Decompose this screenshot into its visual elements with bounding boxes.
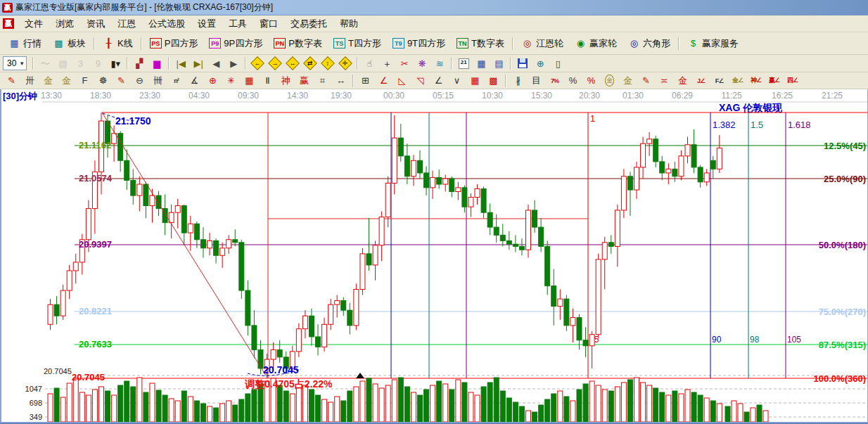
calculator-icon[interactable]: ▦ [473, 56, 490, 72]
quotes-button[interactable]: ▦行情 [3, 34, 47, 53]
red-lines-icon[interactable]: ≍ [656, 73, 673, 89]
period-select[interactable]: 30▼ [3, 56, 27, 70]
wave-tool-icon[interactable]: ≋ [431, 56, 448, 72]
pencil2-icon[interactable]: ✎ [113, 73, 130, 89]
menu-item-5[interactable]: 设置 [191, 16, 222, 32]
golden-section-icon[interactable]: 金 [39, 73, 57, 89]
pct-lines-icon[interactable]: % [582, 73, 600, 89]
zoom-h-icon-glyph: ↔ [286, 56, 300, 70]
menu-item-2[interactable]: 资讯 [80, 16, 111, 32]
volume-style-icon[interactable]: ▆ [148, 56, 165, 72]
check-lines-icon-glyph: ∨ [454, 75, 461, 86]
p-digit-button[interactable]: PNP数字表 [268, 34, 328, 53]
sectors-button[interactable]: ▩板块 [47, 34, 91, 53]
angle-icon[interactable]: ∡ [186, 73, 203, 89]
grid-lines-icon[interactable]: 卅 [21, 73, 39, 89]
fan-icon[interactable]: ∠ [375, 73, 392, 89]
drawing-toolbar: ✎卅金金F☸✎⊖卌n²∡⊕✳▦Ⅱ神赢⌗↔⊞∠◺◹∠∨▦▩∦目7%%%金金✎≍金J… [0, 72, 868, 89]
circle-cross-icon[interactable]: ⊕ [204, 73, 222, 89]
shen-tool-icon[interactable]: 神 [277, 73, 295, 89]
save-icon[interactable] [514, 56, 531, 72]
p-square-button[interactable]: PSP四方形 [144, 34, 204, 53]
hexagon-button[interactable]: ◎六角形 [623, 34, 676, 53]
square-rays-icon[interactable]: ▦ [241, 73, 258, 89]
fibo-lines-icon[interactable]: F [76, 73, 94, 89]
pencil-icon[interactable]: ✎ [3, 73, 20, 89]
gann-time-top-label: 1.382 [713, 120, 736, 130]
k-mark-icon[interactable]: Ⅱ [259, 73, 276, 89]
zoom-v-icon[interactable]: ↕ [319, 56, 336, 72]
price-bars-icon[interactable]: 目 [528, 73, 545, 89]
ninet-square-button[interactable]: T99T四方形 [387, 34, 451, 53]
calendar-icon[interactable]: 21 [455, 56, 472, 72]
shift-right-icon[interactable]: → [267, 56, 283, 72]
gold-lines-icon[interactable]: 金 [619, 73, 637, 89]
zoom-all-icon[interactable]: ✛ [337, 56, 354, 72]
pct-icon[interactable]: % [564, 73, 582, 89]
h-arrows-icon[interactable]: ↔ [332, 73, 350, 89]
kline-chart[interactable]: [30]分钟13:3018:3023:3004:3009:3014:3019:3… [0, 89, 868, 424]
grid2-icon[interactable]: 卌 [149, 73, 167, 89]
gann-wheel-button[interactable]: ◎江恩轮 [516, 34, 569, 53]
volume-bar [112, 395, 117, 422]
para-lines-icon[interactable]: ∦ [509, 73, 527, 89]
menu-item-0[interactable]: 文件 [18, 16, 49, 32]
winner-wheel-button[interactable]: ◉赢家轮 [569, 34, 623, 53]
angles-icon[interactable]: ∠ [430, 73, 447, 89]
ps-box-icon: PS [150, 38, 162, 49]
box-fan2-icon[interactable]: ◹ [411, 73, 429, 89]
menu-item-7[interactable]: 窗口 [253, 16, 284, 32]
four-angle-icon[interactable]: 四∠ [784, 73, 801, 89]
menu-item-8[interactable]: 交易委托 [284, 16, 333, 32]
gold-angle-icon[interactable]: 金∠ [729, 73, 746, 89]
red-grid2-icon[interactable]: ▩ [485, 73, 502, 89]
menu-item-9[interactable]: 帮助 [333, 16, 364, 32]
box-tool-icon[interactable]: ⊞ [357, 73, 374, 89]
menu-item-6[interactable]: 工具 [222, 16, 253, 32]
ying-angle-icon[interactable]: 赢∠ [765, 73, 783, 89]
f-angle-icon[interactable]: F∠ [710, 73, 728, 89]
ying-tool-icon[interactable]: 赢 [295, 73, 313, 89]
gold-red-icon[interactable]: 金 [674, 73, 691, 89]
n-square-icon[interactable]: n² [167, 73, 185, 89]
shen-angle-icon[interactable]: 神∠ [747, 73, 765, 89]
star-rays-icon[interactable]: ✳ [222, 73, 240, 89]
shift-left-icon[interactable]: ← [249, 56, 266, 72]
ruler-icon[interactable]: ⌗ [314, 73, 331, 89]
red-grid-icon[interactable]: ▦ [466, 73, 484, 89]
first-page-icon[interactable]: |◀ [172, 56, 189, 72]
mobile-icon[interactable]: ▯ [549, 56, 566, 72]
report-icon[interactable]: ▤ [490, 56, 507, 72]
j-angle-icon[interactable]: J∠ [692, 73, 710, 89]
web-icon[interactable]: ⊕ [532, 56, 549, 72]
pencil3-icon[interactable]: ✎ [637, 73, 655, 89]
menu-item-4[interactable]: 公式选股 [142, 16, 191, 32]
last-page-icon[interactable]: ▶| [190, 56, 207, 72]
t-digit-button[interactable]: TNT数字表 [451, 34, 510, 53]
box-fan-icon[interactable]: ◺ [393, 73, 411, 89]
prev-page-icon[interactable]: ◀ [208, 56, 224, 72]
measure-icon[interactable]: ✂ [396, 56, 413, 72]
spiral-icon[interactable]: ☸ [94, 73, 112, 89]
golden-section2-icon[interactable]: 金 [58, 73, 75, 89]
title-bar[interactable]: 赢 赢家江恩专业版[赢家内部服务平台] - [伦敦银现 CRXAG-167[30… [0, 0, 868, 15]
hand-icon[interactable]: ☝ [361, 56, 378, 72]
compress-h-icon[interactable]: ⇄ [302, 56, 319, 72]
service-button[interactable]: $赢家服务 [682, 34, 744, 53]
time-circle-icon[interactable]: ⊖ [131, 73, 148, 89]
candle-body [175, 206, 180, 213]
kline-button[interactable]: ╂K线 [97, 34, 139, 53]
t-square-button[interactable]: TST四方形 [328, 34, 387, 53]
crosshair-icon[interactable]: ＋ [378, 56, 395, 72]
menu-item-3[interactable]: 江恩 [111, 16, 142, 32]
ninep-square-button[interactable]: P99P四方形 [203, 34, 268, 53]
circle-gold-icon[interactable]: 金 [601, 73, 618, 89]
kpattern-icon[interactable]: ▞ [131, 56, 148, 72]
check-lines-icon[interactable]: ∨ [448, 73, 466, 89]
gann-flower-icon[interactable]: ❋ [414, 56, 430, 72]
menu-item-1[interactable]: 浏览 [49, 16, 80, 32]
candle-style-icon[interactable]: ▮▾ [107, 56, 124, 72]
pct7-icon[interactable]: 7% [546, 73, 563, 89]
next-page-icon[interactable]: ▶ [225, 56, 242, 72]
zoom-h-icon[interactable]: ↔ [284, 56, 301, 72]
